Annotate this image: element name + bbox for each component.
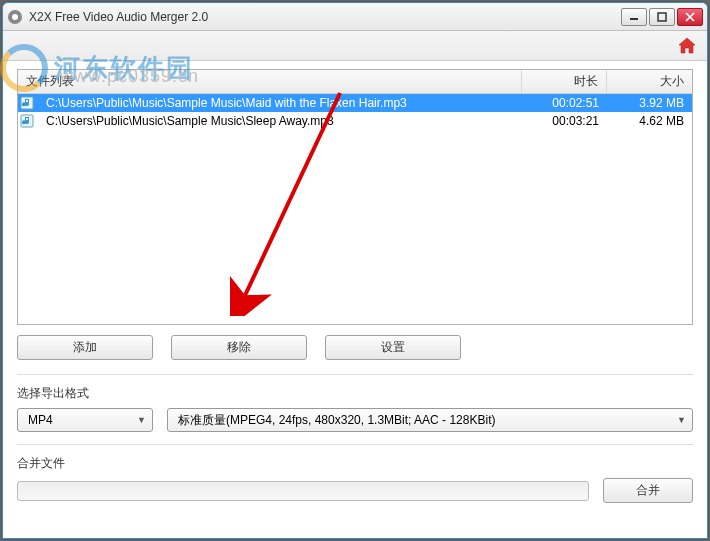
file-size: 4.62 MB [607,114,692,128]
table-row[interactable]: C:\Users\Public\Music\Sample Music\Maid … [18,94,692,112]
format-row: MP4 ▼ 标准质量(MPEG4, 24fps, 480x320, 1.3MBi… [17,408,693,445]
output-format-label: 选择导出格式 [17,385,693,402]
close-button[interactable] [677,8,703,26]
app-icon [7,9,23,25]
action-buttons: 添加 移除 设置 [17,325,693,375]
chevron-down-icon: ▼ [677,415,686,425]
list-header: 文件列表 时长 大小 [18,70,692,94]
file-size: 3.92 MB [607,96,692,110]
file-duration: 00:02:51 [522,96,607,110]
table-row[interactable]: C:\Users\Public\Music\Sample Music\Sleep… [18,112,692,130]
header-size[interactable]: 大小 [607,70,692,93]
settings-button[interactable]: 设置 [325,335,461,360]
header-duration[interactable]: 时长 [522,70,607,93]
format-container-combo[interactable]: MP4 ▼ [17,408,153,432]
list-body[interactable]: C:\Users\Public\Music\Sample Music\Maid … [18,94,692,324]
format-quality-value: 标准质量(MPEG4, 24fps, 480x320, 1.3MBit; AAC… [178,412,495,429]
window-controls [621,8,703,26]
svg-rect-3 [658,13,666,21]
toolbar [3,31,707,61]
format-quality-combo[interactable]: 标准质量(MPEG4, 24fps, 480x320, 1.3MBit; AAC… [167,408,693,432]
minimize-button[interactable] [621,8,647,26]
content-area: 文件列表 时长 大小 C:\Users\Public\Music\Sample … [3,61,707,515]
progress-bar [17,481,589,501]
music-file-icon [20,114,34,128]
file-list: 文件列表 时长 大小 C:\Users\Public\Music\Sample … [17,69,693,325]
svg-point-1 [12,14,18,20]
titlebar[interactable]: X2X Free Video Audio Merger 2.0 [3,3,707,31]
music-file-icon [20,96,34,110]
file-duration: 00:03:21 [522,114,607,128]
chevron-down-icon: ▼ [137,415,146,425]
format-container-value: MP4 [28,413,53,427]
merge-file-label: 合并文件 [17,455,693,472]
maximize-button[interactable] [649,8,675,26]
remove-button[interactable]: 移除 [171,335,307,360]
home-icon[interactable] [677,37,697,55]
header-file[interactable]: 文件列表 [18,70,522,93]
file-path: C:\Users\Public\Music\Sample Music\Maid … [38,96,415,110]
add-button[interactable]: 添加 [17,335,153,360]
window-title: X2X Free Video Audio Merger 2.0 [29,10,621,24]
merge-row: 合并 [17,478,693,503]
merge-button[interactable]: 合并 [603,478,693,503]
app-window: X2X Free Video Audio Merger 2.0 文件列表 时长 … [2,2,708,539]
file-path: C:\Users\Public\Music\Sample Music\Sleep… [38,114,342,128]
